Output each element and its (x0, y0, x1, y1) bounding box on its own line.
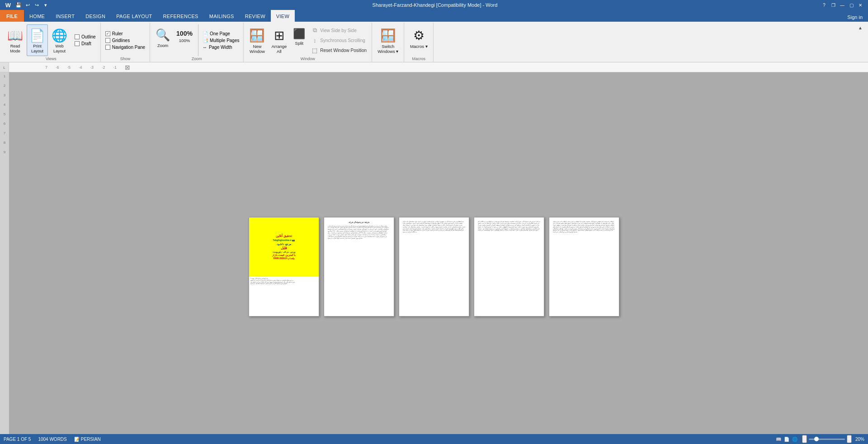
title-bar: W 💾 ↩ ↪ ▾ Sharayet-Farzand-Khandegi [Com… (0, 0, 868, 10)
ribbon-group-views: 📖 ReadMode 📄 PrintLayout 🌐 WebLayout Out… (2, 23, 101, 62)
page-width-icon: ↔ (203, 45, 207, 50)
ad-phone: 09981366624 واتساپ (274, 257, 295, 260)
help-button[interactable]: ? (820, 1, 828, 9)
ad-website: Tahghighonline.ir 📸 (273, 239, 295, 241)
gridlines-check-box[interactable] (105, 38, 110, 43)
ad-line4: فایل (281, 246, 287, 250)
read-mode-icon: 📖 (7, 28, 23, 43)
qat-dropdown-button[interactable]: ▾ (42, 1, 50, 9)
redo-button[interactable]: ↪ (33, 1, 41, 9)
ruler-marks: 7 ·6 ·5 ·4 ·3 ·2 ·1 ⊠ (45, 64, 130, 71)
read-mode-status-button[interactable]: 📖 (775, 435, 782, 443)
language-label[interactable]: PERSIAN (81, 437, 101, 442)
multiple-pages-label: Multiple Pages (210, 38, 240, 43)
draft-check-box[interactable] (75, 41, 80, 46)
arrange-all-label: ArrangeAll (271, 44, 287, 54)
undo-button[interactable]: ↩ (24, 1, 32, 9)
print-layout-status-button[interactable]: 📄 (783, 435, 790, 443)
navigation-pane-label: Navigation Pane (112, 45, 145, 50)
tab-home[interactable]: HOME (24, 10, 50, 22)
ruler-check-box[interactable]: ✓ (105, 31, 110, 36)
web-layout-button[interactable]: 🌐 WebLayout (49, 24, 70, 56)
new-window-icon: 🪟 (249, 28, 265, 43)
page-info[interactable]: PAGE 1 OF 5 (4, 437, 31, 442)
switch-windows-content: 🪟 SwitchWindows ▾ (375, 24, 401, 61)
gridlines-checkbox[interactable]: Gridlines (105, 38, 145, 43)
ruler-checkbox[interactable]: ✓ Ruler (105, 31, 145, 36)
ribbon-tabs: FILE HOME INSERT DESIGN PAGE LAYOUT REFE… (0, 10, 868, 22)
page-3: شرایط قانونی فرزندخواندگی در جمهوری اسلا… (399, 217, 469, 316)
page-1: تحقیق آنلاین Tahghighonline.ir 📸 مرجع دا… (249, 217, 319, 316)
zoom-slider: − + (802, 435, 852, 443)
zoom-percentage[interactable]: 20% (855, 437, 864, 442)
page-width-button[interactable]: ↔ Page Width (201, 44, 241, 50)
one-page-button[interactable]: 📄 One Page (201, 31, 241, 37)
arrange-all-button[interactable]: ⊞ ArrangeAll (269, 24, 289, 56)
view-side-by-side-button[interactable]: ⧉ View Side by Side (309, 25, 369, 35)
ribbon-group-switch-windows: 🪟 SwitchWindows ▾ (372, 23, 404, 62)
ribbon: 📖 ReadMode 📄 PrintLayout 🌐 WebLayout Out… (0, 22, 868, 62)
new-window-label: NewWindow (250, 44, 265, 54)
ad-line3: مرجع دانلـود (277, 242, 291, 246)
page-width-label: Page Width (209, 45, 232, 50)
new-window-button[interactable]: 🪟 NewWindow (246, 24, 268, 56)
one-page-icon: 📄 (203, 31, 208, 36)
tab-references[interactable]: REFERENCES (158, 10, 204, 22)
web-layout-status-button[interactable]: 🌐 (791, 435, 798, 443)
read-mode-button[interactable]: 📖 ReadMode (5, 24, 26, 56)
zoom-in-button[interactable]: + (847, 435, 852, 443)
print-layout-button[interactable]: 📄 PrintLayout (27, 24, 48, 56)
zoom100-button[interactable]: 100% 100% (174, 24, 195, 56)
window-controls: ? ❐ — ▢ ✕ (820, 1, 864, 9)
page-4-text: مراحل اجرایی فرزندخواندگی: پس از تأیید ص… (478, 221, 540, 231)
tab-file[interactable]: FILE (0, 10, 24, 22)
language-indicator: 📝 PERSIAN (74, 437, 101, 442)
switch-windows-button[interactable]: 🪟 SwitchWindows ▾ (375, 24, 401, 56)
save-button[interactable]: 💾 (14, 1, 23, 9)
ribbon-group-macros: ⚙ Macros ▾ Macros (404, 23, 434, 62)
draft-checkbox[interactable]: Draft (75, 41, 96, 46)
web-layout-icon: 🌐 (52, 28, 67, 43)
minimize-button[interactable]: — (838, 1, 846, 9)
zoom-out-button[interactable]: − (802, 435, 807, 443)
reset-window-position-button[interactable]: ⬚ Reset Window Position (309, 46, 369, 55)
outline-checkbox[interactable]: Outline (75, 34, 96, 39)
synchronous-scrolling-button[interactable]: ↕ Synchronous Scrolling (309, 36, 369, 45)
zoom-separator (198, 24, 198, 56)
navigation-pane-checkbox[interactable]: Navigation Pane (105, 45, 145, 50)
ruler-corner-icon: L (3, 66, 5, 70)
window-content: 🪟 NewWindow ⊞ ArrangeAll ⬛ Split ⧉ View … (246, 24, 369, 57)
zoom-track[interactable] (809, 439, 845, 440)
tab-page-layout[interactable]: PAGE LAYOUT (111, 10, 157, 22)
outline-check-box[interactable] (75, 34, 80, 39)
close-button[interactable]: ✕ (856, 1, 864, 9)
zoom-button[interactable]: 🔍 Zoom (153, 24, 173, 56)
macros-button[interactable]: ⚙ Macros ▾ (407, 24, 430, 56)
tab-review[interactable]: REVIEW (240, 10, 271, 22)
ribbon-collapse-button[interactable]: ▲ (854, 23, 866, 62)
split-button[interactable]: ⬛ Split (290, 24, 308, 56)
app-icon: W (4, 0, 13, 9)
tab-insert[interactable]: INSERT (50, 10, 80, 22)
tab-view[interactable]: VIEW (271, 10, 295, 22)
tab-mailings[interactable]: MAILINGS (204, 10, 240, 22)
split-label: Split (295, 41, 303, 46)
multiple-pages-button[interactable]: 📑 Multiple Pages (201, 38, 241, 43)
zoom-group-label: Zoom (192, 57, 202, 62)
ribbon-group-window: 🪟 NewWindow ⊞ ArrangeAll ⬛ Split ⧉ View … (244, 23, 372, 62)
zoom-content: 🔍 Zoom 100% 100% 📄 One Page 📑 Multiple P… (153, 24, 241, 57)
sign-in-button[interactable]: Sign in (842, 13, 868, 22)
macros-group-label: Macros (412, 57, 426, 62)
restore-down-button[interactable]: ❐ (829, 1, 837, 9)
document-area: 1 2 3 4 5 6 7 8 9 تحقیق آنلاین Tahghigho… (0, 72, 868, 434)
navigation-pane-check-box[interactable] (105, 45, 110, 50)
show-content: ✓ Ruler Gridlines Navigation Pane (104, 24, 147, 57)
ad-line5: ورد-پی دی اف - پاورپوینت (273, 250, 296, 253)
maximize-button[interactable]: ▢ (847, 1, 855, 9)
tab-design[interactable]: DESIGN (80, 10, 111, 22)
macros-content: ⚙ Macros ▾ (407, 24, 430, 57)
ad-title: تحقیق آنلاین (276, 234, 292, 238)
macros-icon: ⚙ (413, 28, 425, 43)
word-count[interactable]: 1004 WORDS (38, 437, 66, 442)
view-side-by-side-icon: ⧉ (311, 27, 318, 34)
